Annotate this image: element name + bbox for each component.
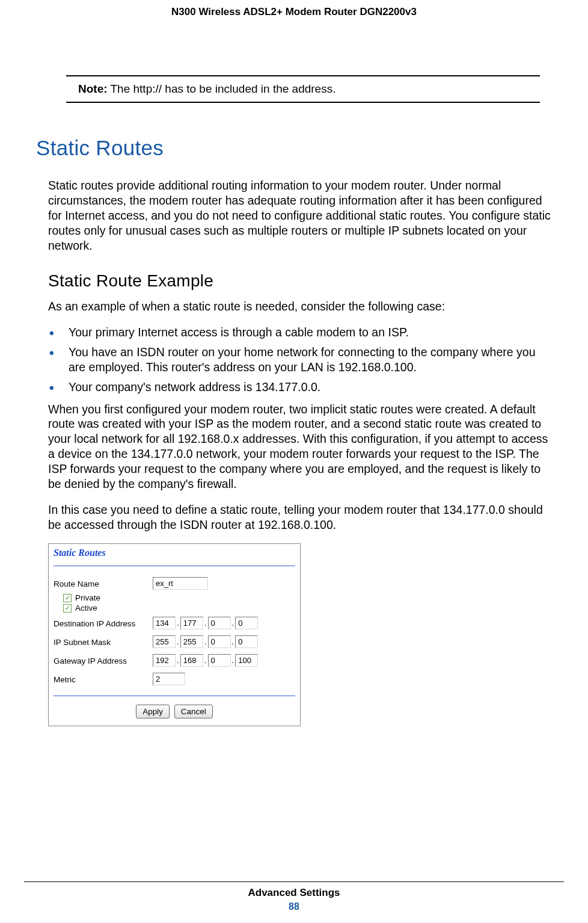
heading-static-routes: Static Routes — [36, 136, 564, 160]
page-header: N300 Wireless ADSL2+ Modem Router DGN220… — [0, 0, 588, 18]
paragraph-explain-2: In this case you need to define a static… — [48, 502, 552, 532]
divider — [54, 696, 295, 696]
footer-rule — [24, 881, 564, 882]
row-metric: Metric 2 — [54, 670, 295, 687]
row-gateway: Gateway IP Address 192. 168. 0. 100 — [54, 652, 295, 668]
dot: . — [232, 619, 234, 628]
note-text: The http:// has to be included in the ad… — [108, 82, 336, 95]
input-route-name[interactable]: ex_rt — [153, 577, 208, 590]
dot: . — [204, 637, 207, 646]
input-gateway-2[interactable]: 168 — [180, 654, 203, 667]
label-gateway: Gateway IP Address — [54, 655, 153, 665]
note-box: Note: The http:// has to be included in … — [66, 75, 540, 103]
static-routes-form: Static Routes Route Name ex_rt ✓ Private… — [48, 543, 301, 726]
row-route-name: Route Name ex_rt — [54, 575, 295, 591]
input-subnet-3[interactable]: 0 — [208, 635, 231, 648]
cancel-button[interactable]: Cancel — [174, 705, 213, 718]
row-active: ✓ Active — [63, 604, 295, 613]
note-label: Note: — [78, 82, 108, 95]
input-gateway-3[interactable]: 0 — [208, 654, 231, 667]
dot: . — [204, 619, 207, 628]
input-dest-ip-4[interactable]: 0 — [235, 617, 258, 629]
list-item: Your primary Internet access is through … — [48, 325, 552, 340]
label-active: Active — [75, 604, 97, 613]
dot: . — [177, 619, 179, 628]
label-metric: Metric — [54, 674, 153, 684]
input-gateway-1[interactable]: 192 — [153, 654, 176, 667]
button-row: Apply Cancel — [54, 705, 295, 718]
dot: . — [232, 656, 234, 665]
divider — [54, 566, 295, 566]
footer-section: Advanced Settings — [0, 887, 588, 899]
bullet-list: Your primary Internet access is through … — [48, 325, 552, 395]
checkbox-active[interactable]: ✓ — [63, 604, 72, 613]
list-item: Your company's network address is 134.17… — [48, 380, 552, 395]
list-item: You have an ISDN router on your home net… — [48, 345, 552, 375]
paragraph-example-intro: As an example of when a static route is … — [48, 299, 552, 314]
dot: . — [232, 637, 234, 646]
label-subnet: IP Subnet Mask — [54, 637, 153, 647]
input-subnet-2[interactable]: 255 — [180, 635, 203, 648]
input-subnet-4[interactable]: 0 — [235, 635, 258, 648]
input-dest-ip-2[interactable]: 177 — [180, 617, 203, 629]
label-private: Private — [75, 593, 100, 602]
row-subnet: IP Subnet Mask 255. 255. 0. 0 — [54, 633, 295, 650]
input-metric[interactable]: 2 — [153, 673, 185, 685]
footer-page-number: 88 — [0, 901, 588, 912]
apply-button[interactable]: Apply — [136, 705, 170, 718]
dot: . — [177, 656, 179, 665]
dot: . — [177, 637, 179, 646]
label-route-name: Route Name — [54, 578, 153, 588]
paragraph-explain-1: When you first configured your modem rou… — [48, 402, 552, 492]
checkbox-private[interactable]: ✓ — [63, 594, 72, 602]
form-title: Static Routes — [54, 546, 295, 561]
page-footer: Advanced Settings 88 — [0, 881, 588, 912]
paragraph-intro: Static routes provide additional routing… — [48, 178, 552, 253]
dot: . — [204, 656, 207, 665]
input-gateway-4[interactable]: 100 — [235, 654, 258, 667]
content-area: Note: The http:// has to be included in … — [0, 75, 588, 726]
row-private: ✓ Private — [63, 593, 295, 602]
row-dest-ip: Destination IP Address 134. 177. 0. 0 — [54, 614, 295, 631]
heading-example: Static Route Example — [48, 271, 564, 291]
input-dest-ip-1[interactable]: 134 — [153, 617, 176, 629]
label-dest-ip: Destination IP Address — [54, 618, 153, 628]
input-dest-ip-3[interactable]: 0 — [208, 617, 231, 629]
input-subnet-1[interactable]: 255 — [153, 635, 176, 648]
